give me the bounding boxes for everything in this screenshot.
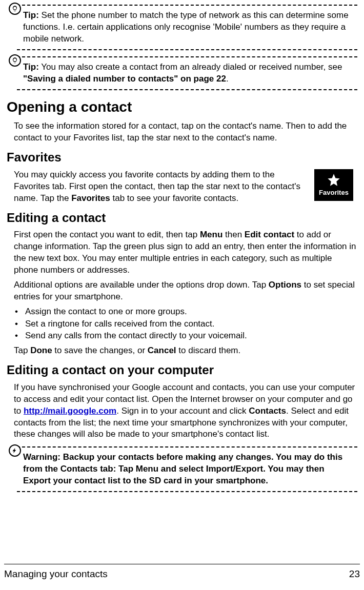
heading-favorites: Favorites: [7, 149, 357, 166]
footer-page-number: 23: [349, 567, 360, 581]
page-footer: Managing your contacts 23: [4, 564, 360, 581]
opening-contact-body: To see the information stored for a cont…: [14, 120, 357, 144]
tip-1-text: Tip: Set the phone number to match the t…: [7, 9, 357, 48]
star-icon: [327, 173, 341, 187]
gmail-link[interactable]: http://mail.google.com: [24, 406, 116, 416]
lightbulb-icon: [9, 3, 21, 15]
tip-body: Set the phone number to match the type o…: [23, 10, 349, 44]
lightbulb-icon: [9, 54, 21, 67]
cross-reference: "Saving a dialed number to contacts" on …: [23, 74, 226, 84]
editing-bullets: Assign the contact to one or more groups…: [14, 306, 357, 342]
heading-editing-computer: Editing a contact on your computer: [7, 362, 357, 378]
editing-p3: Tap Done to save the changes, or Cancel …: [14, 345, 357, 357]
bold-favorites: Favorites: [71, 193, 110, 203]
tip-label: Tip:: [23, 62, 39, 72]
warning-block: Warning: Backup your contacts before mak…: [7, 446, 357, 492]
favorites-tab-image: Favorites: [314, 169, 353, 201]
tip-label: Tip:: [23, 10, 39, 20]
list-item: Assign the contact to one or more groups…: [14, 306, 357, 318]
footer-section: Managing your contacts: [4, 567, 108, 581]
editing-computer-body: If you have synchronised your Google acc…: [14, 382, 357, 441]
warning-text: Warning: Backup your contacts before mak…: [7, 451, 357, 490]
favorites-badge-label: Favorites: [319, 188, 349, 197]
heading-opening-contact: Opening a contact: [7, 97, 357, 117]
tip-block-1: Tip: Set the phone number to match the t…: [7, 5, 357, 50]
favorites-body: You may quickly access you favorite cont…: [14, 169, 351, 205]
tip-2-text: Tip: You may also create a contact from …: [7, 60, 357, 88]
editing-p2: Additional options are available under t…: [14, 279, 357, 303]
list-item: Send any calls from the contact directly…: [14, 330, 357, 342]
heading-editing-contact: Editing a contact: [7, 210, 357, 226]
list-item: Set a ringtone for calls received from t…: [14, 318, 357, 330]
tip-block-2: Tip: You may also create a contact from …: [7, 56, 357, 90]
editing-p1: First open the contact you want to edit,…: [14, 229, 357, 276]
tip-body: You may also create a contact from an al…: [39, 62, 342, 72]
